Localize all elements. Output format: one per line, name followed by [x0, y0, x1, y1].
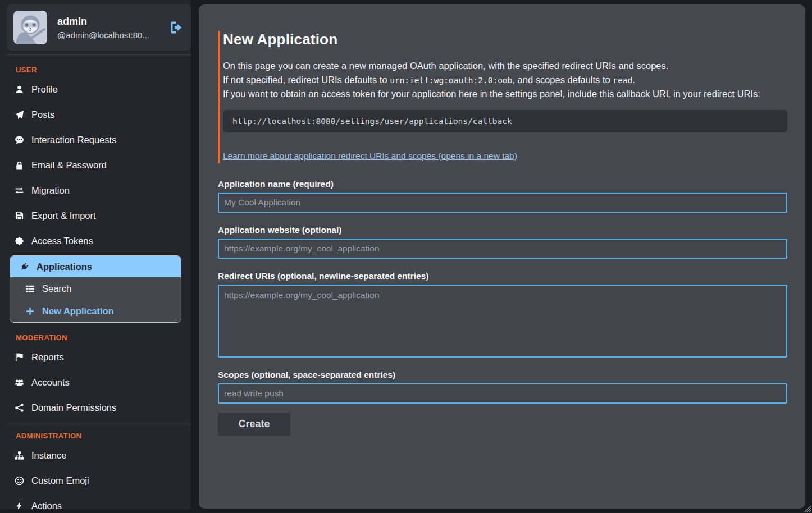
sidebar-item-label: New Application	[42, 306, 114, 317]
sidebar-item-new-application[interactable]: New Application	[10, 300, 181, 322]
section-header-user: USER	[0, 55, 191, 77]
plug-icon	[17, 262, 31, 272]
create-button[interactable]: Create	[218, 413, 290, 436]
scopes-label: Scopes (optional, space-separated entrie…	[218, 370, 787, 380]
sidebar-item-label: Migration	[31, 185, 70, 196]
sidebar-item-instance[interactable]: Instance	[0, 443, 191, 468]
sidebar-item-applications[interactable]: Applications	[10, 256, 181, 277]
sloth-avatar	[13, 11, 47, 44]
sign-out-icon[interactable]	[168, 20, 183, 35]
user-icon	[12, 85, 26, 94]
sidebar-item-access-tokens[interactable]: Access Tokens	[0, 228, 191, 254]
section-header-moderation: MODERATION	[0, 323, 191, 345]
scopes-input[interactable]	[218, 383, 787, 404]
applications-group: Applications Search New Application	[10, 255, 181, 323]
intro-line-3: If you want to obtain an access token fo…	[223, 87, 787, 101]
list-icon	[23, 284, 37, 294]
section-header-administration: ADMINISTRATION	[0, 424, 191, 443]
intro-line-2: If not specified, redirect URIs defaults…	[223, 73, 787, 88]
redirect-uris-label: Redirect URIs (optional, newline-separat…	[218, 271, 787, 281]
window-resize-grip[interactable]	[804, 505, 811, 512]
sidebar-item-search[interactable]: Search	[10, 277, 181, 300]
learn-more-link[interactable]: Learn more about application redirect UR…	[223, 151, 517, 161]
sidebar-item-label: Custom Emoji	[31, 475, 89, 486]
flag-icon	[12, 352, 26, 362]
inline-code-oob: urn:ietf:wg:oauth:2.0:oob	[390, 76, 512, 85]
sidebar-item-custom-emoji[interactable]: Custom Emoji	[0, 468, 191, 493]
main-panel: New Application On this page you can cre…	[199, 4, 805, 509]
application-name-input[interactable]	[218, 193, 787, 213]
settings-sidebar: admin @admin@localhost:80... USER Profil…	[0, 0, 191, 509]
sidebar-item-label: Accounts	[31, 377, 70, 388]
sidebar-item-actions[interactable]: Actions	[0, 493, 191, 509]
sidebar-item-label: Search	[42, 283, 71, 294]
page-title: New Application	[223, 31, 787, 48]
application-website-label: Application website (optional)	[218, 225, 787, 235]
redirect-uris-textarea[interactable]	[218, 285, 787, 358]
sitemap-icon	[12, 451, 26, 460]
sidebar-item-label: Profile	[31, 84, 58, 95]
user-card[interactable]: admin @admin@localhost:80...	[7, 4, 191, 51]
sidebar-item-label: Actions	[31, 501, 62, 509]
oauth-info-section: New Application On this page you can cre…	[218, 31, 787, 163]
sidebar-item-export-import[interactable]: Export & Import	[0, 203, 191, 228]
share-nodes-icon	[12, 403, 26, 413]
sidebar-item-interaction-requests[interactable]: Interaction Requests	[0, 127, 191, 153]
users-icon	[12, 378, 26, 387]
plus-icon	[23, 306, 37, 316]
sidebar-item-label: Instance	[31, 450, 66, 461]
application-name-label: Application name (required)	[218, 179, 787, 189]
sidebar-item-accounts[interactable]: Accounts	[0, 370, 191, 395]
intro-text: On this page you can create a new manage…	[223, 59, 787, 101]
sidebar-item-profile[interactable]: Profile	[0, 77, 191, 102]
lock-icon	[12, 161, 26, 170]
applications-submenu: Search New Application	[10, 277, 181, 322]
sidebar-item-label: Export & Import	[31, 210, 96, 221]
sidebar-item-label: Interaction Requests	[31, 135, 116, 145]
sidebar-item-email-password[interactable]: Email & Password	[0, 153, 191, 178]
new-application-form: Application name (required) Application …	[218, 179, 787, 436]
username: admin	[57, 16, 163, 28]
sidebar-item-label: Reports	[31, 352, 64, 363]
sidebar-item-reports[interactable]: Reports	[0, 345, 191, 370]
comment-dots-icon	[12, 135, 26, 145]
application-website-input[interactable]	[218, 239, 787, 259]
callback-url-code-block: http://localhost:8080/settings/user/appl…	[223, 110, 787, 132]
sidebar-item-label: Applications	[37, 262, 92, 272]
sidebar-item-migration[interactable]: Migration	[0, 178, 191, 203]
bolt-icon	[12, 501, 26, 509]
user-identity: admin @admin@localhost:80...	[57, 16, 163, 40]
paper-plane-icon	[12, 110, 26, 120]
callback-url: http://localhost:8080/settings/user/appl…	[232, 117, 512, 126]
sidebar-item-posts[interactable]: Posts	[0, 102, 191, 127]
sidebar-item-label: Email & Password	[31, 160, 107, 171]
intro-line-1: On this page you can create a new manage…	[223, 59, 787, 73]
smiley-icon	[12, 476, 26, 485]
certificate-icon	[12, 236, 26, 246]
sidebar-item-label: Access Tokens	[31, 236, 93, 246]
exchange-arrows-icon	[12, 186, 26, 195]
sidebar-item-domain-permissions[interactable]: Domain Permissions	[0, 395, 191, 420]
floppy-disk-icon	[12, 211, 26, 221]
sidebar-item-label: Posts	[31, 109, 54, 120]
inline-code-read: read	[613, 76, 632, 85]
sidebar-item-label: Domain Permissions	[31, 402, 116, 413]
user-handle: @admin@localhost:80...	[57, 30, 163, 40]
